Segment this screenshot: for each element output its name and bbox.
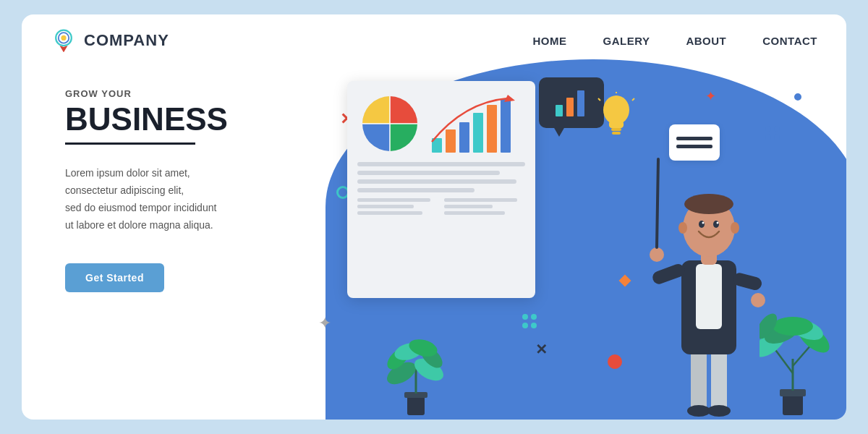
svg-rect-26 [487, 105, 497, 153]
svg-rect-47 [783, 393, 803, 415]
lightbulb-icon [597, 92, 637, 139]
deco-x-2: ✕ [535, 341, 548, 358]
svg-point-68 [751, 293, 765, 307]
page-card: COMPANY HOME GALERY ABOUT CONTACT GROW Y… [22, 14, 846, 420]
svg-point-73 [713, 221, 719, 228]
svg-point-14 [774, 126, 780, 132]
nav-galery[interactable]: GALERY [603, 35, 650, 47]
svg-point-71 [684, 194, 733, 214]
svg-line-67 [657, 159, 658, 247]
presentation-board [347, 81, 535, 305]
nav: HOME GALERY ABOUT CONTACT [533, 35, 818, 47]
get-started-button[interactable]: Get Started [65, 263, 164, 292]
hero-description: Lorem ipsum dolor sit amet,consectetur a… [65, 165, 297, 234]
svg-rect-30 [566, 98, 574, 116]
svg-line-36 [598, 98, 600, 101]
deco-plus-3: ✦ [318, 314, 331, 333]
svg-rect-38 [407, 395, 425, 415]
logo-area: COMPANY [51, 27, 169, 54]
message-bubble [669, 124, 720, 161]
deco-dot-1 [793, 92, 803, 102]
svg-rect-59 [711, 347, 727, 412]
svg-point-13 [765, 126, 771, 132]
hero-subtitle: GROW YOUR [65, 88, 297, 99]
msg-line-2 [676, 145, 712, 148]
svg-rect-27 [501, 98, 511, 153]
svg-point-56 [773, 317, 813, 336]
svg-point-75 [717, 222, 719, 224]
speech-bubble [539, 77, 604, 128]
deco-dots-cluster-3 [764, 124, 781, 142]
svg-point-66 [650, 247, 664, 262]
award-icon [51, 27, 77, 54]
svg-point-76 [678, 222, 687, 234]
header: COMPANY HOME GALERY ABOUT CONTACT [22, 14, 846, 67]
svg-point-2 [61, 35, 66, 41]
svg-rect-33 [611, 128, 621, 131]
svg-rect-29 [556, 105, 563, 116]
deco-plus-2: ✦ [705, 88, 716, 104]
svg-rect-34 [612, 132, 621, 135]
svg-point-16 [774, 135, 780, 140]
svg-rect-64 [651, 263, 686, 286]
hero-title: BUSINESS [65, 102, 297, 137]
plant-left [387, 315, 445, 420]
title-underline [65, 142, 195, 145]
svg-rect-65 [732, 271, 763, 292]
svg-marker-4 [60, 46, 68, 52]
nav-contact[interactable]: CONTACT [762, 35, 817, 47]
svg-point-9 [522, 314, 528, 320]
svg-point-60 [687, 405, 710, 417]
svg-point-11 [522, 323, 528, 328]
svg-line-50 [774, 348, 793, 373]
svg-point-72 [699, 221, 705, 228]
bar-chart-icon [552, 87, 592, 119]
bar-chart [428, 95, 529, 156]
nav-about[interactable]: ABOUT [686, 35, 726, 47]
svg-point-74 [702, 222, 705, 224]
lightbulb-area [597, 92, 637, 142]
svg-point-61 [707, 405, 731, 417]
svg-point-15 [765, 135, 771, 140]
svg-rect-58 [691, 347, 707, 412]
svg-rect-25 [473, 113, 483, 153]
main-content: GROW YOUR BUSINESS Lorem ipsum dolor sit… [22, 67, 846, 420]
right-section: ✕ ✦ ✦ [282, 67, 846, 420]
svg-rect-24 [459, 122, 469, 153]
svg-line-37 [632, 98, 634, 101]
msg-line-1 [676, 137, 712, 140]
svg-rect-23 [446, 129, 456, 153]
left-section: GROW YOUR BUSINESS Lorem ipsum dolor sit… [22, 67, 326, 420]
svg-point-32 [603, 95, 629, 124]
svg-point-12 [531, 323, 537, 328]
pie-chart [357, 91, 422, 156]
logo-text: COMPANY [84, 31, 169, 50]
deco-dot-3 [608, 354, 622, 369]
deco-dots-cluster-2 [521, 312, 538, 330]
svg-rect-31 [577, 90, 584, 116]
svg-point-10 [531, 314, 537, 320]
svg-line-51 [793, 344, 812, 366]
svg-point-77 [731, 222, 739, 234]
person-figure [644, 145, 774, 420]
nav-home[interactable]: HOME [533, 35, 567, 47]
svg-rect-63 [696, 264, 722, 329]
